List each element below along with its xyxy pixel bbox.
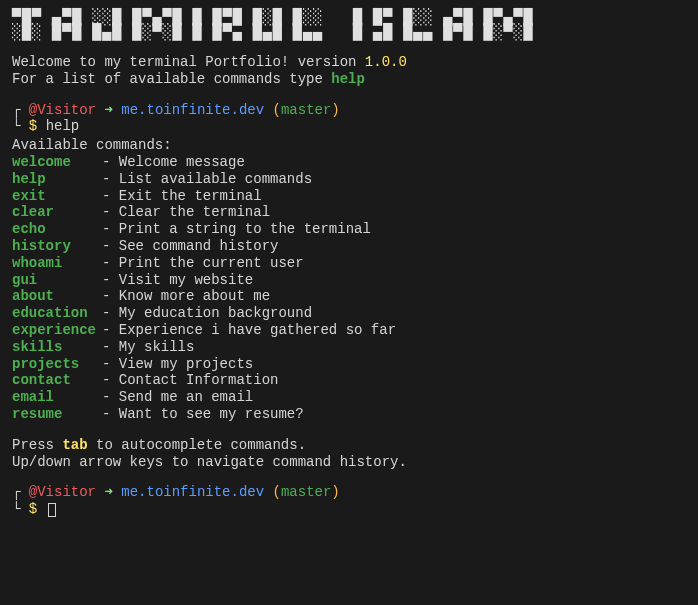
cmd-row: skills- My skills (12, 339, 686, 356)
hint-line1: Press tab to autocomplete commands. (12, 437, 686, 454)
paren-open: ( (273, 484, 281, 501)
cmd-row: projects- View my projects (12, 356, 686, 373)
command-input-row[interactable]: $ (20, 501, 686, 518)
help-hint: help (331, 71, 365, 87)
cmd-name: experience (12, 322, 102, 339)
welcome-block: Welcome to my terminal Portfolio! versio… (12, 54, 686, 88)
paren-close: ) (331, 102, 339, 119)
cmd-desc: - View my projects (102, 356, 253, 373)
cmd-desc: - Experience i have gathered so far (102, 322, 396, 339)
prompt-branch: master (281, 484, 331, 501)
prompt-host: me.toinfinite.dev (121, 102, 264, 119)
cmd-desc: - Exit the terminal (102, 188, 262, 205)
cmd-name: skills (12, 339, 102, 356)
prompt-line-2: @Visitor ➜ me.toinfinite.dev (master) (20, 484, 686, 501)
arrow-icon: ➜ (104, 102, 112, 119)
cmd-row: email- Send me an email (12, 389, 686, 406)
prompt-block-1: ┌└ @Visitor ➜ me.toinfinite.dev (master)… (12, 102, 686, 136)
welcome-line2-prefix: For a list of available commands type (12, 71, 331, 87)
bracket-icon: ┌└ (12, 484, 20, 518)
cmd-row: contact- Contact Information (12, 372, 686, 389)
prompt-visitor: @Visitor (29, 102, 96, 119)
cmd-desc: - Want to see my resume? (102, 406, 304, 423)
ascii-title: ▀█▀ ▄▀█ ░░█ █▀▄▀█ █ █▀█ █░█ █░░ █ █▀ █░░… (12, 10, 686, 40)
cmd-row: history- See command history (12, 238, 686, 255)
prompt-visitor: @Visitor (29, 484, 96, 501)
cmd-desc: - Visit my website (102, 272, 253, 289)
tab-keyword: tab (62, 437, 87, 453)
arrow-icon: ➜ (104, 484, 112, 501)
hint-line2: Up/down arrow keys to navigate command h… (12, 454, 686, 471)
cmd-name: whoami (12, 255, 102, 272)
cmd-desc: - Contact Information (102, 372, 278, 389)
cmd-name: projects (12, 356, 102, 373)
cmd-row: resume- Want to see my resume? (12, 406, 686, 423)
welcome-line1: Welcome to my terminal Portfolio! versio… (12, 54, 686, 71)
cmd-row: echo- Print a string to the terminal (12, 221, 686, 238)
cmd-row: help- List available commands (12, 171, 686, 188)
cmd-name: resume (12, 406, 102, 423)
hint1-prefix: Press (12, 437, 62, 453)
cmd-desc: - Clear the terminal (102, 204, 270, 221)
prompt-branch: master (281, 102, 331, 119)
entered-command: help (46, 118, 80, 135)
cmd-name: echo (12, 221, 102, 238)
cmd-name: email (12, 389, 102, 406)
cmd-desc: - Print the current user (102, 255, 304, 272)
version-number: 1.0.0 (365, 54, 407, 70)
cmd-row: education- My education background (12, 305, 686, 322)
paren-close: ) (331, 484, 339, 501)
cmd-row: welcome- Welcome message (12, 154, 686, 171)
cmd-name: gui (12, 272, 102, 289)
welcome-line2: For a list of available commands type he… (12, 71, 686, 88)
cmd-name: exit (12, 188, 102, 205)
cmd-row: whoami- Print the current user (12, 255, 686, 272)
cmd-row: experience- Experience i have gathered s… (12, 322, 686, 339)
cmd-desc: - Print a string to the terminal (102, 221, 371, 238)
cmd-name: welcome (12, 154, 102, 171)
available-commands-header: Available commands: (12, 137, 686, 154)
dollar-sign: $ (29, 501, 37, 518)
cmd-row: clear- Clear the terminal (12, 204, 686, 221)
cmd-name: contact (12, 372, 102, 389)
cmd-name: education (12, 305, 102, 322)
bracket-icon: ┌└ (12, 102, 20, 136)
cmd-desc: - Know more about me (102, 288, 270, 305)
cmd-name: history (12, 238, 102, 255)
dollar-sign: $ (29, 118, 37, 135)
prompt-line-1: @Visitor ➜ me.toinfinite.dev (master) (20, 102, 686, 119)
cmd-name: about (12, 288, 102, 305)
prompt-host: me.toinfinite.dev (121, 484, 264, 501)
cmd-desc: - Send me an email (102, 389, 253, 406)
cmd-desc: - Welcome message (102, 154, 245, 171)
cmd-desc: - My education background (102, 305, 312, 322)
hint1-suffix: to autocomplete commands. (88, 437, 306, 453)
prompt-block-2[interactable]: ┌└ @Visitor ➜ me.toinfinite.dev (master)… (12, 484, 686, 518)
hints-block: Press tab to autocomplete commands. Up/d… (12, 437, 686, 471)
cmd-row: about- Know more about me (12, 288, 686, 305)
cmd-desc: - See command history (102, 238, 278, 255)
cmd-desc: - List available commands (102, 171, 312, 188)
welcome-prefix: Welcome to my terminal Portfolio! versio… (12, 54, 365, 70)
prompt-command-row: $ help (20, 118, 686, 135)
command-list: welcome- Welcome message help- List avai… (12, 154, 686, 423)
cmd-desc: - My skills (102, 339, 194, 356)
cmd-row: exit- Exit the terminal (12, 188, 686, 205)
cursor-icon[interactable] (48, 503, 56, 517)
cmd-name: help (12, 171, 102, 188)
cmd-name: clear (12, 204, 102, 221)
cmd-row: gui- Visit my website (12, 272, 686, 289)
paren-open: ( (273, 102, 281, 119)
